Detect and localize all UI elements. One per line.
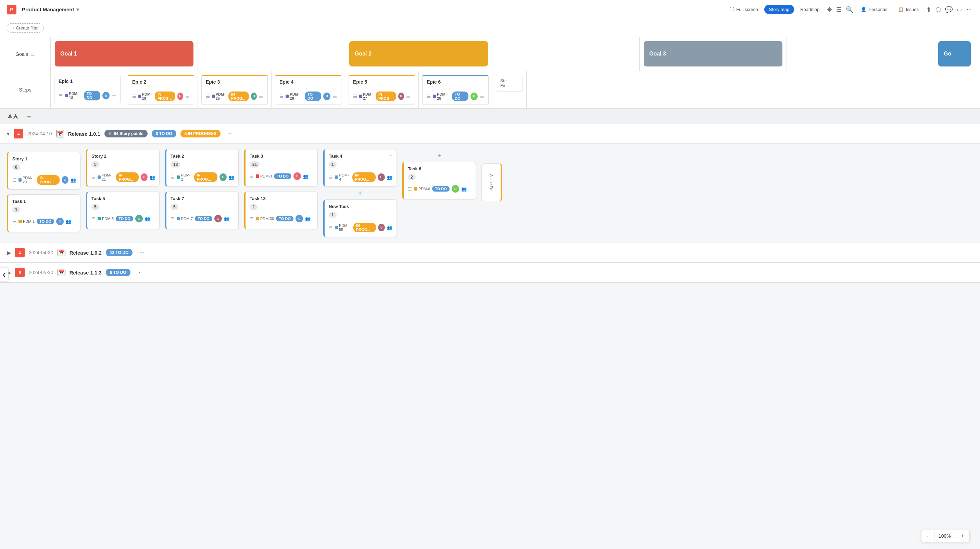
release-name-3: Release 1.1.3 [70,270,102,276]
epic-id-1: PDM-18 [65,91,82,100]
epic-menu-5: ⚌ [406,94,410,99]
epic-card-2[interactable]: Epic 2 ☰ PDM-19 IN PROG... U ⚌ [128,75,194,105]
story-number-story2: 5 [91,161,99,168]
dot-icon-4 [286,94,289,98]
app-logo: P [7,5,16,14]
personas-icon: 👤 [861,7,866,12]
personas-button[interactable]: 👤 Personas [856,5,892,14]
story-card-story2: Story 2 5 ☰ PDM-21 IN PROG... U 👥 [86,149,159,187]
steps-row: Steps Epic 1 ☰ PDM-18 TO DO U ⚌ [0,71,980,109]
epic-status-badge-2: IN PROG... [155,91,175,101]
team-icon-task4: 👥 [387,175,392,180]
story-avatar-task5: U [135,215,143,222]
story-number-story1: 8 [12,164,20,170]
story-card-task1: Task 1 1 ☰ PDM-1 TO DO U 👥 [7,194,81,232]
story-card-more-task4[interactable]: ··· [390,152,394,158]
story-card-task6: Task 6 2 ☰ PDM-6 TO DO U 👥 [402,162,476,199]
issues-button[interactable]: 📋 Issues [893,5,923,14]
story-status-task3: TO DO [274,173,291,179]
drag-handle-task4: ☰ [329,175,333,180]
create-filter-button[interactable]: + Create filter [7,23,44,33]
story-status-task4: IN PROG... [352,172,376,182]
goal-card-2[interactable]: Goal 2 [349,41,488,67]
more-menu-button[interactable]: ··· [965,5,973,14]
story-avatar-newtask: U [378,224,385,231]
story-card-task13: Task 13 2 ☰ PDM-30 TO DO U 👥 [244,192,318,229]
drag-handle-task3: ☰ [250,174,254,179]
release-toggle-2[interactable]: ▶ [7,249,11,256]
status-dot-newtask [335,226,338,229]
epic-id-6: PDM-28 [433,92,450,101]
story-card-footer-task2: ☰ PDM-2 IN PROG... U 👥 [170,172,234,182]
filter-button[interactable]: ⚌ [25,112,33,121]
epic-card-7[interactable]: SteFe [496,75,523,92]
search-icon[interactable]: 🔍 [845,5,855,15]
sparkle-icon[interactable]: ✳ [826,5,834,15]
calendar-icon-3[interactable]: 📅 [57,269,65,276]
epic-card-3[interactable]: Epic 3 ☰ PDM-25 IN PROG... U ⚌ [201,75,268,105]
release-header-2: ▶ ≡ 2024-04-30 📅 Release 1.0.2 13 TO DO … [0,243,980,262]
list-icon[interactable]: ☰ [835,5,843,15]
status-dot-task1 [19,220,22,223]
left-collapse-arrow[interactable]: ❮ [0,268,9,282]
epic-title-6: Epic 6 [426,79,484,85]
fullscreen-button[interactable]: ⛶ Full screen [725,5,763,14]
panel-icon[interactable]: ▭ [955,5,964,15]
drag-handle-task2: ☰ [170,175,175,180]
epic-avatar-3: U [251,93,257,100]
story-number-task5: 5 [91,204,99,210]
calendar-icon-1[interactable]: 📅 [56,130,64,137]
release-section-2: ▶ ≡ 2024-04-30 📅 Release 1.0.2 13 TO DO … [0,243,980,263]
epic-menu-1: ⚌ [111,93,116,98]
story-card-task3: Task 3 21 ☰ PDM-3 TO DO U 👥 [244,149,318,187]
add-card-plus-col6[interactable]: + [436,150,442,160]
story-card-title-story1: Story 1 [12,156,76,161]
story-number-task3: 21 [250,161,259,168]
story-id-task7: PDM-7 [177,217,193,221]
add-card-plus-5[interactable]: + [357,188,363,198]
goal-card-3[interactable]: Goal 3 [644,41,783,67]
story-card-title-task2: Task 2 [170,153,234,159]
epic-title-1: Epic 1 [59,78,116,84]
release-more-button-2[interactable]: ··· [137,248,146,257]
dot-icon-2 [138,94,141,98]
epic-card-6[interactable]: Epic 6 ☰ PDM-28 TO DO U ⚌ [422,75,488,105]
goal-cell-empty-3 [787,37,934,71]
upload-icon[interactable]: ⬆ [925,5,933,15]
story-card-title-task13: Task 13 [250,196,313,201]
epic-id-5: PDM-27 [359,92,374,101]
epic-title-4: Epic 4 [279,79,337,85]
story-card-footer-story2: ☰ PDM-21 IN PROG... U 👥 [91,172,155,182]
release-toggle-1[interactable]: ▾ [7,131,10,137]
goal-card-1[interactable]: Goal 1 [55,41,194,67]
story-number-task2: 13 [170,161,180,168]
header: P Product Management ▾ ⛶ Full screen Sto… [0,0,980,19]
epic-avatar-6: U [471,93,478,100]
share-icon[interactable]: ⬡ [934,5,942,15]
calendar-icon-2[interactable]: 📅 [57,249,65,256]
zoom-value: 100% [934,530,955,541]
story-card-title-task1: Task 1 [12,199,76,204]
epic-card-5[interactable]: Epic 5 ☰ PDM-27 IN PROG... U ⚌ [348,75,415,105]
epic-card-4[interactable]: Epic 4 ☰ PDM-26 TO DO U ⚌ [275,75,341,105]
goals-filter-icon[interactable]: ⚌ [31,51,35,57]
roadmap-button[interactable]: Roadmap [795,5,824,14]
epic-card-1[interactable]: Epic 1 ☰ PDM-18 TO DO U ⚌ [54,75,121,104]
epic-cell-5: Epic 5 ☰ PDM-27 IN PROG... U ⚌ [345,71,419,108]
status-dot-task7 [177,217,180,220]
collapse-all-button[interactable]: ⮝⮝ [5,112,21,121]
dot-icon-1 [65,94,68,97]
release-more-button-3[interactable]: ··· [135,268,145,277]
story-column-6: + Task 6 2 ☰ PDM-6 TO DO U [402,149,476,199]
app-title[interactable]: Product Management ▾ [22,6,79,13]
zoom-out-button[interactable]: - [921,530,934,542]
team-icon-story1: 👥 [70,177,76,183]
story-card-footer-task3: ☰ PDM-3 TO DO U 👥 [250,172,313,180]
epic-status-badge-1: TO DO [84,91,100,101]
goal-card-4[interactable]: Go [938,41,971,67]
storymap-button[interactable]: Story map [764,5,794,14]
comment-icon[interactable]: 💬 [944,5,954,15]
release-more-button-1[interactable]: ··· [224,129,235,138]
zoom-in-button[interactable]: + [955,530,969,542]
story-id-task6: PDM-6 [414,187,430,191]
